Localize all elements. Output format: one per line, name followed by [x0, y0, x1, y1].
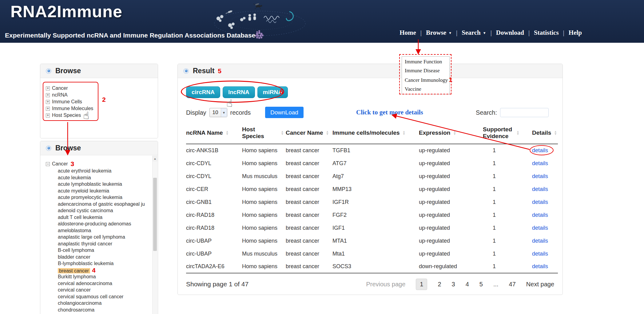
column-header-details[interactable]: Details [532, 122, 558, 144]
tree-leaf[interactable]: bladder cancer [58, 254, 152, 260]
tree-root-cancer[interactable]: Cancer 3 [46, 160, 74, 168]
column-header-host-species[interactable]: Host Species [242, 122, 286, 144]
tree-leaf[interactable]: chondrosarcoma [58, 307, 152, 313]
menu-item-vaccine[interactable]: Vaccine [402, 85, 449, 93]
expression-cell: up-regulated [419, 209, 483, 221]
tree-leaf[interactable]: Burkitt lymphoma [58, 273, 152, 280]
expression-cell: up-regulated [419, 144, 483, 157]
search-input[interactable] [500, 108, 549, 117]
cancer-cell: breast cancer [286, 157, 332, 170]
table-row: circ-UBAP Homo sapiens breast cancer MTA… [186, 234, 558, 247]
nav-download[interactable]: Download [492, 29, 528, 37]
tree-leaf[interactable]: B-lymphoblastic leukemia [58, 260, 152, 267]
column-header-expression[interactable]: Expression [419, 122, 483, 144]
tree-leaf[interactable]: adencarcinoma of gastric esophageal ju [58, 201, 152, 208]
tree-leaf[interactable]: anaplastic large cell lymphoma [58, 234, 152, 240]
details-link[interactable]: details [532, 147, 548, 153]
page-47-button[interactable]: 47 [509, 281, 516, 288]
nav-search[interactable]: Search [457, 29, 490, 37]
tree-leaf[interactable]: cholangiocarcinoma [58, 300, 152, 307]
tree-leaf[interactable]: adult T cell leukemia [58, 214, 152, 221]
records-per-page-select[interactable]: 10 ▼ [209, 108, 227, 117]
expand-icon[interactable] [46, 107, 50, 111]
details-link[interactable]: details [532, 186, 548, 192]
immune-cell: IGF1 [332, 221, 419, 234]
expand-icon[interactable] [46, 100, 50, 104]
details-link[interactable]: details [532, 225, 548, 231]
ncrna-cell: circ-ANKS1B [186, 144, 242, 157]
details-link[interactable]: details [532, 199, 548, 205]
nav-help[interactable]: Help [564, 29, 586, 37]
column-header-supported-evidence[interactable]: Supported Evidence [483, 122, 532, 144]
download-button[interactable]: DownLoad [265, 107, 304, 118]
tree-leaf[interactable]: acute leukemia [58, 174, 152, 181]
page-5-button[interactable]: 5 [479, 281, 483, 288]
annotation-number-5: 5 [218, 67, 221, 75]
result-table-wrap: ncRNA Name Host Species Cancer Name Immu… [186, 122, 558, 273]
tree-leaf[interactable]: acute myeloid leukemia [58, 188, 152, 194]
tree-leaf[interactable]: acute erythroid leukemia [58, 168, 152, 174]
tree-leaf[interactable]: B-cell lymphoma [58, 247, 152, 254]
tree-leaf[interactable]: adenoid cystic carcinoma [58, 207, 152, 214]
menu-item-immune-disease[interactable]: Immune Disease [402, 66, 449, 75]
tab-circrna[interactable]: circRNA [186, 86, 220, 98]
column-header-ncrna-name[interactable]: ncRNA Name [186, 122, 242, 144]
tree-leaf[interactable]: anaplastic thyroid cancer [58, 240, 152, 247]
display-length-control: Display 10 ▼ records [186, 106, 251, 119]
menu-item-immune-function[interactable]: Immune Function [402, 57, 449, 66]
expand-icon[interactable] [46, 113, 50, 117]
tree-leaf[interactable]: acute lymphoblastic leukemia [58, 181, 152, 188]
details-link[interactable]: details [532, 173, 548, 179]
tree-leaf[interactable]: aldosterone-producing adenomas [58, 221, 152, 227]
menu-item-cancer-immunology[interactable]: Cancer Immunology1 [402, 75, 449, 85]
tree-leaf[interactable]: ameloblastoma [58, 227, 152, 234]
page-3-button[interactable]: 3 [452, 281, 455, 288]
expression-cell: up-regulated [419, 247, 483, 260]
panel-header: Browse [40, 141, 158, 155]
details-link[interactable]: details [532, 212, 548, 218]
cancer-leaf-list: acute erythroid leukemia acute leukemia … [58, 168, 152, 313]
tab-lncrna[interactable]: lncRNA [223, 86, 255, 98]
tree-leaf[interactable]: acute promyelocytic leukemia [58, 194, 152, 201]
table-controls: Display 10 ▼ records DownLoad Click to g… [186, 106, 556, 119]
nav-statistics[interactable]: Statistics [530, 29, 563, 37]
tree-node-ncrna[interactable]: ncRNA [46, 92, 93, 98]
ncrna-cell: circ-CER [186, 183, 242, 196]
nav-home[interactable]: Home [395, 29, 420, 37]
page-2-button[interactable]: 2 [438, 281, 441, 288]
details-link[interactable]: details [532, 251, 548, 257]
scroll-up-button[interactable]: ▲ [153, 156, 157, 161]
table-row: circ-UBAP Mus musculus breast cancer Mta… [186, 247, 558, 260]
showing-page-text: Showing page 1 of 47 [186, 280, 248, 288]
tree-leaf[interactable]: cervical adenocarcinoma [58, 280, 152, 287]
tree-scrollbar[interactable]: ▲ [152, 156, 157, 314]
column-header-immune-cells-molecules[interactable]: Immune cells/molecules [332, 122, 419, 144]
details-link[interactable]: details [532, 263, 548, 269]
tree-node-host-species[interactable]: Host Species [46, 112, 93, 119]
details-link[interactable]: details [532, 160, 548, 166]
tree-node-cancer[interactable]: Cancer [46, 85, 93, 92]
tree-leaf[interactable]: cervical cancer [58, 287, 152, 293]
immune-cell: Atg7 [332, 170, 419, 183]
nav-browse[interactable]: Browse [422, 29, 456, 37]
collapse-icon[interactable] [46, 162, 50, 166]
table-row: circ-CDYL Mus musculus breast cancer Atg… [186, 170, 558, 183]
tree-leaf[interactable]: cervical squamous cell cancer [58, 293, 152, 300]
site-logo[interactable]: RNA2Immune [10, 2, 122, 21]
expand-icon[interactable] [46, 93, 50, 97]
result-table: ncRNA Name Host Species Cancer Name Immu… [186, 122, 558, 273]
page-4-button[interactable]: 4 [466, 281, 469, 288]
details-cell: details [532, 209, 558, 221]
tree-node-immune-molecules[interactable]: Immune Molecules [46, 105, 93, 112]
tree-leaf-breast-cancer[interactable]: breast cancer4 [58, 267, 152, 274]
tree-node-immune-cells[interactable]: Immune Cells [46, 98, 93, 105]
previous-page-button[interactable]: Previous page [366, 281, 405, 288]
details-link[interactable]: details [532, 238, 548, 244]
tab-mirna[interactable]: miRNA [257, 86, 288, 98]
tree-node-label: Cancer [52, 85, 68, 91]
page-1-button[interactable]: 1 [416, 279, 427, 290]
next-page-button[interactable]: Next page [526, 281, 554, 288]
expand-icon[interactable] [46, 86, 50, 90]
scrollbar-thumb[interactable] [153, 178, 157, 251]
column-header-cancer-name[interactable]: Cancer Name [286, 122, 332, 144]
